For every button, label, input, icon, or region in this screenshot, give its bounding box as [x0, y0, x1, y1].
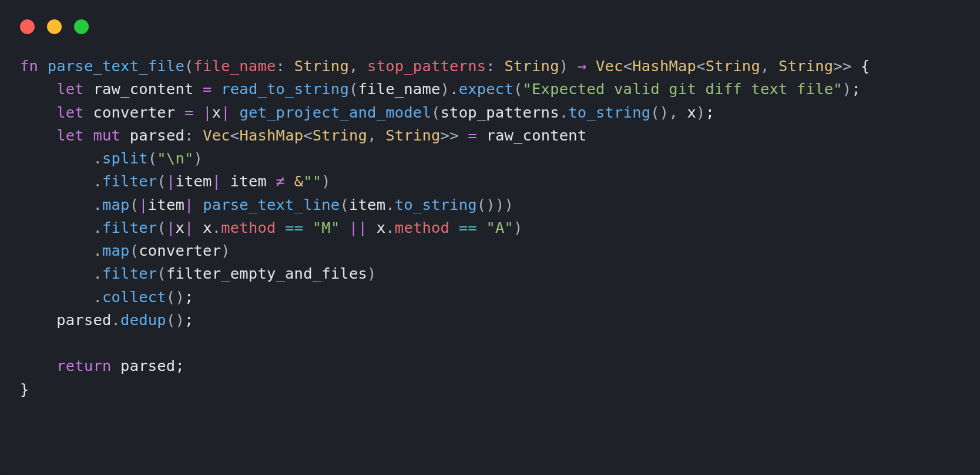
fn-map: map	[102, 242, 130, 259]
fn-filter: filter	[102, 219, 157, 236]
arg-file-name: file_name	[358, 80, 441, 98]
var-parsed: parsed	[130, 126, 184, 144]
fn-to-string: to_string	[568, 103, 650, 121]
close-brace: }	[20, 380, 29, 398]
pipe: |	[184, 196, 194, 213]
var-raw-content: raw_content	[486, 126, 586, 144]
angle-open: <	[696, 57, 706, 75]
var-item: item	[230, 172, 267, 190]
assign-op: =	[468, 126, 477, 144]
string-a: "A"	[486, 219, 514, 236]
type-string: String	[504, 57, 559, 75]
dot: .	[93, 288, 102, 306]
fn-collect: collect	[102, 288, 166, 306]
close-paren: )	[175, 288, 184, 306]
open-paren: (	[166, 311, 176, 329]
angle-close-double: >>	[833, 57, 851, 75]
string-empty: ""	[303, 172, 321, 190]
minimize-window-button[interactable]	[47, 19, 62, 34]
fn-dedup: dedup	[120, 311, 166, 329]
pipe: |	[203, 103, 212, 121]
open-paren: (	[157, 219, 166, 236]
comma: ,	[349, 57, 358, 75]
close-paren: )	[495, 196, 505, 213]
arrow-op: →	[578, 57, 587, 75]
open-brace: {	[861, 57, 870, 75]
open-paren: (	[349, 80, 358, 98]
open-paren: (	[157, 265, 166, 282]
var-filter-empty: filter_empty_and_files	[166, 265, 367, 282]
dot: .	[212, 219, 221, 236]
close-paren: )	[175, 311, 184, 329]
fn-expect: expect	[459, 80, 514, 98]
dot: .	[93, 265, 102, 282]
comma: ,	[760, 57, 770, 75]
dot: .	[93, 172, 102, 190]
pipe: |	[166, 219, 176, 236]
open-paren: (	[431, 103, 441, 121]
angle-close-double: >>	[441, 126, 459, 144]
var-x: x	[203, 219, 212, 236]
pipe: |	[184, 219, 194, 236]
equals-op: ==	[459, 219, 477, 236]
angle-open: <	[623, 57, 633, 75]
close-paren: )	[696, 103, 706, 121]
param-file-name: file_name	[194, 57, 276, 75]
pipe: |	[221, 103, 230, 121]
open-paren: (	[130, 242, 139, 259]
fn-parse-text-line: parse_text_line	[203, 196, 340, 213]
window-controls	[20, 19, 980, 34]
prop-method: method	[395, 219, 449, 236]
open-paren: (	[184, 57, 194, 75]
open-paren: (	[650, 103, 660, 121]
semicolon: ;	[184, 311, 194, 329]
var-parsed: parsed	[56, 311, 111, 329]
dot: .	[559, 103, 569, 121]
close-paren: )	[559, 57, 569, 75]
dot: .	[93, 219, 102, 236]
fn-read-to-string: read_to_string	[221, 80, 349, 98]
string-newline: "\n"	[157, 149, 193, 167]
keyword-return: return	[56, 357, 111, 374]
keyword-mut: mut	[93, 126, 120, 144]
close-paren: )	[843, 80, 852, 98]
dot: .	[93, 196, 102, 213]
type-string: String	[294, 57, 349, 75]
keyword-let: let	[56, 103, 84, 121]
type-vec: Vec	[596, 57, 623, 75]
comma: ,	[669, 103, 678, 121]
dot: .	[449, 80, 459, 98]
var-parsed: parsed	[120, 357, 175, 374]
code-editor[interactable]: fn parse_text_file(file_name: String, st…	[20, 55, 980, 401]
prop-method: method	[221, 219, 276, 236]
open-paren: (	[166, 288, 176, 306]
type-hashmap: HashMap	[239, 126, 303, 144]
fn-split: split	[102, 149, 148, 167]
open-paren: (	[130, 196, 139, 213]
semicolon: ;	[851, 80, 861, 98]
angle-open: <	[303, 126, 313, 144]
function-name: parse_text_file	[48, 57, 184, 75]
equals-op: ==	[285, 219, 303, 236]
close-paren: )	[486, 196, 495, 213]
close-paren: )	[504, 196, 514, 213]
type-string: String	[706, 57, 760, 75]
open-paren: (	[157, 172, 166, 190]
type-string: String	[385, 126, 440, 144]
var-x: x	[377, 219, 386, 236]
closure-param-x: x	[212, 103, 221, 121]
type-hashmap: HashMap	[632, 57, 696, 75]
open-paren: (	[477, 196, 486, 213]
close-paren: )	[367, 265, 377, 282]
fn-filter: filter	[102, 172, 157, 190]
arg-stop-patterns: stop_patterns	[441, 103, 559, 121]
open-paren: (	[514, 80, 523, 98]
var-item: item	[349, 196, 385, 213]
code-window: fn parse_text_file(file_name: String, st…	[0, 0, 980, 475]
close-window-button[interactable]	[20, 19, 35, 34]
semicolon: ;	[184, 288, 194, 306]
open-paren: (	[340, 196, 349, 213]
maximize-window-button[interactable]	[74, 19, 89, 34]
closure-param-x: x	[175, 219, 184, 236]
dot: .	[112, 311, 121, 329]
